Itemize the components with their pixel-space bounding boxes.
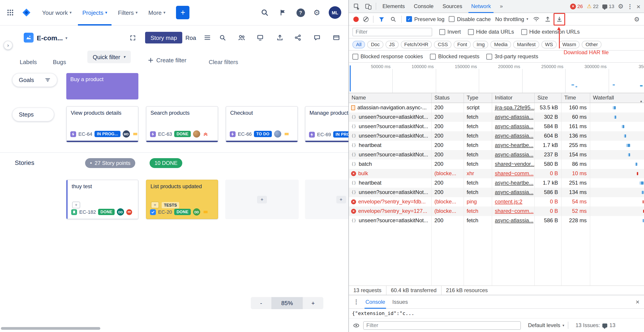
network-request-row[interactable]: {}unseen?source=atlaskitNot...200fetchas… xyxy=(349,216,644,225)
request-initiator-link[interactable]: shared~comm... xyxy=(495,208,534,214)
request-name[interactable]: unseen?source=atlaskitNot... xyxy=(359,188,428,197)
goal-card[interactable]: Buy a product xyxy=(66,73,138,100)
devtools-menu-icon[interactable]: ⋮ xyxy=(627,3,633,10)
add-card-button[interactable]: + xyxy=(336,196,346,203)
request-name[interactable]: atlassian-navigation.async-... xyxy=(358,103,427,112)
assignee-avatar[interactable]: MD xyxy=(122,130,130,138)
filter-chip-manifest[interactable]: Manifest xyxy=(514,41,539,48)
request-initiator-link[interactable]: async-atlassia... xyxy=(495,151,534,158)
request-initiator-link[interactable]: content.js:2 xyxy=(495,198,522,205)
request-name[interactable]: envelope/?sentry_key=127... xyxy=(358,207,427,216)
filter-funnel-icon[interactable] xyxy=(378,16,385,23)
step-card[interactable]: View products details EC-64 IN PROG... M… xyxy=(66,106,138,142)
network-request-row[interactable]: {}batch200fetchshared~vendor...580 B86 m… xyxy=(349,160,644,169)
share-icon[interactable] xyxy=(294,34,302,43)
filter-chip-wasm[interactable]: Wasm xyxy=(559,41,580,48)
blocked-requests-checkbox[interactable]: Blocked requests xyxy=(430,53,480,60)
card-layout-icon[interactable] xyxy=(333,34,340,43)
network-request-row[interactable]: {}unseen?source=atlaskitNot...200fetchas… xyxy=(349,131,644,141)
sidebar-expand-button[interactable]: › xyxy=(4,41,12,50)
step-card[interactable]: Search products EC-63 DONE xyxy=(146,106,218,142)
tab-sources[interactable]: Sources xyxy=(440,0,465,13)
chevron-down-icon[interactable]: ▾ xyxy=(66,36,68,40)
request-initiator-link[interactable]: shared~comm... xyxy=(495,170,534,177)
network-settings-icon[interactable]: ⚙ xyxy=(634,16,640,22)
tab-console[interactable]: Console xyxy=(411,0,436,13)
story-map-tab[interactable]: Story map xyxy=(145,32,182,44)
label-chip[interactable]: TESTS xyxy=(162,202,179,208)
status-badge[interactable]: IN PROG... xyxy=(94,131,120,137)
filter-chip-doc[interactable]: Doc xyxy=(367,41,383,48)
jira-logo[interactable] xyxy=(22,8,31,18)
drawer-tab-issues[interactable]: Issues xyxy=(392,295,409,308)
status-badge[interactable]: DONE xyxy=(98,209,115,215)
people-icon[interactable] xyxy=(238,34,246,43)
filter-chip-all[interactable]: All xyxy=(352,41,365,48)
project-avatar-icon[interactable] xyxy=(24,33,34,43)
device-toolbar-icon[interactable] xyxy=(364,2,372,10)
record-button[interactable] xyxy=(353,16,359,22)
network-filter-input[interactable] xyxy=(352,28,432,36)
request-initiator-link[interactable]: async-atlassia... xyxy=(495,123,534,130)
clear-filters-button[interactable]: Clear filters xyxy=(209,59,238,65)
request-name[interactable]: envelope/?sentry_key=fdb... xyxy=(358,197,426,207)
request-name[interactable]: unseen?source=atlaskitNot... xyxy=(359,131,428,141)
request-name[interactable]: unseen?source=atlaskitNot... xyxy=(359,122,428,131)
filter-chip-ws[interactable]: WS xyxy=(542,41,556,48)
tab-labels[interactable]: Labels xyxy=(20,59,37,65)
network-search-icon[interactable] xyxy=(390,16,397,23)
filter-chip-other[interactable]: Other xyxy=(582,41,602,48)
column-status[interactable]: Status xyxy=(432,93,464,103)
network-overview[interactable]: 50000 ms100000 ms150000 ms200000 ms25000… xyxy=(349,63,644,93)
clear-button[interactable] xyxy=(363,16,368,22)
request-initiator-link[interactable]: jira-spa.72fe95... xyxy=(495,104,535,111)
create-filter-button[interactable]: Create filter xyxy=(148,57,186,64)
goals-lane-pill[interactable]: Goals xyxy=(12,73,57,87)
create-button[interactable]: + xyxy=(176,6,190,19)
roadmap-tab[interactable]: Roa xyxy=(186,35,196,41)
devtools-close-icon[interactable]: × xyxy=(636,3,640,10)
tab-bugs[interactable]: Bugs xyxy=(53,59,66,65)
status-badge[interactable]: IN PROG... xyxy=(333,131,348,138)
request-name[interactable]: heartbeat xyxy=(359,178,381,188)
more-tabs-button[interactable]: » xyxy=(497,0,506,13)
column-type[interactable]: Type xyxy=(464,93,492,103)
search-icon[interactable] xyxy=(260,8,270,18)
zoom-out-button[interactable]: - xyxy=(251,297,272,309)
filter-chip-fetch-xhr[interactable]: Fetch/XHR xyxy=(400,41,432,48)
step-card[interactable]: Manage products EC-69 IN PROG... xyxy=(305,106,348,142)
warnings-badge[interactable]: ⚠22 xyxy=(587,4,598,9)
request-name[interactable]: heartbeat xyxy=(359,141,381,150)
story-card[interactable]: thuy test + EC-182 DONE DD xyxy=(66,180,138,219)
column-time[interactable]: Time xyxy=(562,93,590,103)
app-switcher-icon[interactable] xyxy=(5,8,15,18)
status-badge[interactable]: TO DO xyxy=(254,131,272,137)
add-label-button[interactable]: + xyxy=(151,202,159,208)
backlog-view-icon[interactable] xyxy=(204,34,211,43)
add-card-button[interactable]: + xyxy=(257,196,267,203)
errors-badge[interactable]: ×26 xyxy=(570,3,583,9)
network-request-row[interactable]: {}unseen?source=atlaskitNot...200fetchas… xyxy=(349,122,644,131)
network-request-row[interactable]: {}unseen?source=atlaskitNot...200fetchas… xyxy=(349,112,644,122)
filter-chip-css[interactable]: CSS xyxy=(434,41,452,48)
nav-filters[interactable]: Filters▾ xyxy=(114,0,142,25)
user-avatar[interactable]: ML xyxy=(329,6,341,19)
network-request-row[interactable]: ×envelope/?sentry_key=127...(blocke...fe… xyxy=(349,207,644,216)
throttling-select[interactable]: No throttling▾ xyxy=(495,16,528,22)
request-initiator-link[interactable]: shared~vendor... xyxy=(495,161,535,167)
request-name[interactable]: bulk xyxy=(358,169,368,178)
request-initiator-link[interactable]: async-atlassia... xyxy=(495,114,534,120)
network-request-row[interactable]: {}unseen?source=atlaskitNot...200fetchas… xyxy=(349,150,644,160)
request-initiator-link[interactable]: async-heartbe... xyxy=(495,142,534,148)
fullscreen-icon[interactable] xyxy=(130,35,136,43)
column-waterfall[interactable]: Waterfall▲ xyxy=(590,93,644,103)
blocked-response-cookies-checkbox[interactable]: Blocked response cookies xyxy=(352,53,423,60)
status-badge[interactable]: DONE xyxy=(174,209,191,215)
column-initiator[interactable]: Initiator xyxy=(492,93,535,103)
console-filter-input[interactable] xyxy=(363,321,521,329)
request-initiator-link[interactable]: async-atlassia... xyxy=(495,217,534,224)
empty-card-slot[interactable]: + xyxy=(225,180,299,219)
export-icon[interactable] xyxy=(276,34,284,43)
help-icon[interactable]: ? xyxy=(296,8,305,17)
request-initiator-link[interactable]: async-atlassia... xyxy=(495,189,534,195)
